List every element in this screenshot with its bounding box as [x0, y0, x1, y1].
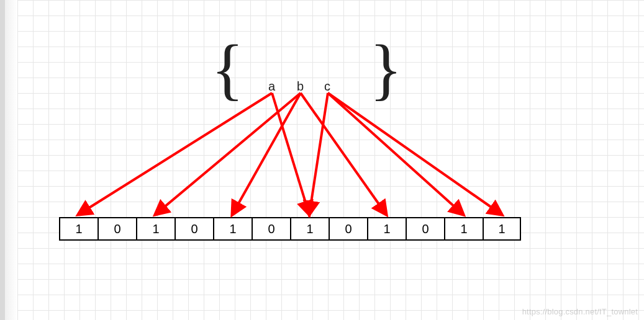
- bit-cell: 1: [59, 217, 98, 241]
- set-element-a: a: [268, 79, 275, 94]
- bit-cell: 0: [252, 217, 290, 241]
- set-element-b: b: [297, 79, 304, 94]
- bit-cell: 1: [290, 217, 329, 241]
- bit-cell: 1: [483, 217, 521, 241]
- bit-cell: 1: [213, 217, 252, 241]
- bit-cell: 1: [136, 217, 175, 241]
- left-brace-icon: {: [211, 35, 244, 103]
- watermark: https://blog.csdn.net/IT_townlet: [522, 307, 638, 316]
- page-shadow: [5, 0, 17, 320]
- bit-cell: 0: [98, 217, 136, 241]
- page-edge: [0, 0, 5, 320]
- bit-cell: 0: [329, 217, 367, 241]
- bit-cell: 0: [175, 217, 213, 241]
- grid-background: [17, 0, 644, 320]
- bit-array: 101010101011: [59, 217, 521, 241]
- bit-cell: 1: [367, 217, 406, 241]
- bit-cell: 0: [406, 217, 444, 241]
- bit-cell: 1: [444, 217, 483, 241]
- right-brace-icon: }: [370, 35, 402, 103]
- set-element-c: c: [324, 79, 330, 94]
- diagram-canvas: { } a b c 101010101011 https://blog.csdn…: [0, 0, 644, 320]
